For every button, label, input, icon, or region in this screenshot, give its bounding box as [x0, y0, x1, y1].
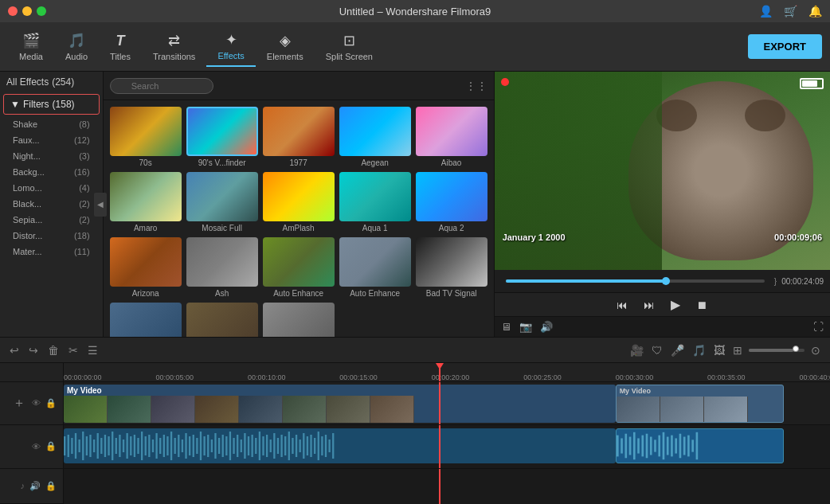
effect-1977[interactable]: 1977 — [263, 107, 335, 167]
grid-view-icon[interactable]: ⋮⋮ — [465, 80, 487, 92]
export-button[interactable]: EXPORT — [748, 34, 822, 59]
sub-item-mater[interactable]: Mater... (11) — [0, 244, 103, 260]
thumb-4 — [195, 396, 239, 423]
svg-rect-60 — [284, 436, 286, 455]
effects-grid: 70s 90's V...finder 1977 Aegean Aibao — [104, 100, 494, 337]
undo-button[interactable]: ↩ — [8, 342, 21, 358]
toolbar-item-split-screen[interactable]: ⊡ Split Screen — [315, 27, 384, 66]
effect-70s[interactable]: 70s — [110, 107, 182, 167]
eye-icon-2[interactable]: 👁 — [32, 442, 41, 451]
search-input[interactable] — [110, 78, 213, 94]
preview-monitor-icon[interactable]: 🖥 — [501, 321, 511, 333]
list-button[interactable]: ☰ — [86, 342, 100, 358]
ruler-content: 00:00:00:00 00:00:05:00 00:00:10:00 00:0… — [64, 363, 830, 381]
video-track-2-label: 👁 🔒 — [0, 425, 63, 468]
trash-button[interactable]: 🗑 — [46, 342, 61, 358]
sub-item-lomo[interactable]: Lomo... (4) — [0, 180, 103, 196]
effect-aqua1[interactable]: Aqua 1 — [339, 172, 411, 232]
step-back-button[interactable]: ⏭ — [640, 297, 658, 313]
effect-90s-vfinder[interactable]: 90's V...finder — [186, 107, 258, 167]
svg-rect-16 — [123, 440, 124, 452]
shield-button[interactable]: 🛡 — [650, 342, 664, 358]
lock-icon[interactable]: 🔒 — [45, 398, 57, 408]
notification-icon[interactable]: 🔔 — [808, 5, 822, 18]
close-button[interactable] — [8, 6, 18, 16]
elements-label: Elements — [267, 52, 303, 61]
svg-rect-86 — [667, 437, 669, 455]
redo-button[interactable]: ↪ — [27, 342, 40, 358]
effect-aqua2[interactable]: Aqua 2 — [416, 172, 487, 232]
svg-rect-1 — [68, 435, 69, 457]
video-clip-second[interactable]: My Video — [616, 385, 785, 423]
volume-icon-2[interactable]: 🔊 — [29, 481, 41, 491]
cut-button[interactable]: ✂ — [67, 342, 80, 358]
lock-icon-3[interactable]: 🔒 — [45, 481, 57, 491]
cart-icon[interactable]: 🛒 — [784, 5, 797, 18]
effect-row3b[interactable] — [186, 303, 258, 337]
eye-icon[interactable]: 👁 — [32, 398, 41, 408]
audio-clip-second[interactable] — [616, 428, 785, 463]
video-clip-main[interactable]: My Video — [64, 385, 616, 423]
progress-bar[interactable] — [506, 279, 765, 283]
effect-amplash[interactable]: AmPlash — [263, 172, 335, 232]
transitions-icon: ⇄ — [168, 32, 180, 49]
titlebar-actions: 👤 🛒 🔔 — [759, 5, 822, 18]
sub-item-shake[interactable]: Shake (8) — [0, 116, 103, 132]
effects-toolbar: 🔍 ⋮⋮ — [104, 72, 494, 100]
fullscreen-icon[interactable]: ⛶ — [813, 321, 824, 333]
svg-rect-37 — [200, 432, 202, 460]
effect-auto-enhance-2[interactable]: Auto Enhance — [339, 237, 411, 298]
sub-item-sepia[interactable]: Sepia... (2) — [0, 212, 103, 228]
effect-ash[interactable]: Ash — [186, 237, 258, 298]
effect-arizona[interactable]: Arizona — [110, 237, 182, 298]
zoom-slider[interactable] — [749, 349, 805, 352]
toolbar-item-elements[interactable]: ◈ Elements — [256, 27, 315, 66]
mic-button[interactable]: 🎤 — [669, 342, 686, 358]
effect-mosaic-full[interactable]: Mosaic Full — [186, 172, 258, 232]
lock-icon-2[interactable]: 🔒 — [45, 441, 57, 451]
sub-item-backg[interactable]: Backg... (16) — [0, 164, 103, 180]
skip-back-button[interactable]: ⏮ — [613, 297, 631, 313]
effect-aibao[interactable]: Aibao — [416, 107, 487, 167]
toolbar-item-audio[interactable]: 🎵 Audio — [54, 27, 99, 66]
effect-auto-enhance-1[interactable]: Auto Enhance — [263, 237, 335, 298]
zoom-fit-button[interactable]: ⊙ — [809, 342, 822, 358]
toolbar-item-titles[interactable]: T Titles — [99, 28, 142, 66]
camera-record-button[interactable]: 🎥 — [628, 342, 645, 358]
play-button[interactable]: ▶ — [668, 295, 683, 314]
stop-button[interactable]: ⏹ — [693, 297, 711, 313]
minimize-button[interactable] — [22, 6, 32, 16]
toolbar-item-media[interactable]: 🎬 Media — [8, 27, 54, 66]
snapshot-icon[interactable]: 📷 — [519, 321, 532, 333]
maximize-button[interactable] — [37, 6, 46, 16]
sub-item-distor[interactable]: Distor... (18) — [0, 228, 103, 244]
volume-icon[interactable]: 🔊 — [540, 321, 553, 333]
effect-amaro[interactable]: Amaro — [110, 172, 182, 232]
effect-aegean[interactable]: Aegean — [339, 107, 411, 167]
svg-rect-17 — [126, 433, 127, 459]
music-button[interactable]: 🎵 — [691, 342, 707, 358]
effect-row3c[interactable] — [263, 303, 335, 337]
filters-item[interactable]: ▼ Filters (158) — [3, 94, 100, 115]
traffic-lights — [8, 6, 46, 16]
svg-rect-33 — [185, 433, 186, 459]
battery-icon — [800, 78, 824, 89]
toolbar-item-transitions[interactable]: ⇄ Transitions — [142, 27, 206, 66]
collapse-arrow[interactable]: ◀ — [94, 193, 107, 217]
add-track-button[interactable]: ＋ — [11, 393, 27, 413]
sub-item-faux[interactable]: Faux... (12) — [0, 132, 103, 148]
effect-row3a[interactable] — [110, 303, 182, 337]
zoom-fill — [749, 349, 793, 352]
image-button[interactable]: 🖼 — [712, 342, 726, 358]
toolbar-item-effects[interactable]: ✦ Effects — [206, 26, 255, 67]
effect-bad-tv-signal[interactable]: Bad TV Signal — [416, 237, 487, 298]
audio-clip-main[interactable] — [64, 428, 616, 463]
sub-item-night[interactable]: Night... (3) — [0, 148, 103, 164]
pip-button[interactable]: ⊞ — [731, 342, 744, 358]
account-icon[interactable]: 👤 — [759, 5, 773, 18]
all-effects-item[interactable]: All Effects (254) — [0, 72, 103, 92]
titles-label: Titles — [110, 52, 131, 61]
svg-rect-38 — [203, 436, 205, 455]
sub-item-black[interactable]: Black... (2) — [0, 196, 103, 212]
svg-rect-56 — [270, 440, 272, 452]
